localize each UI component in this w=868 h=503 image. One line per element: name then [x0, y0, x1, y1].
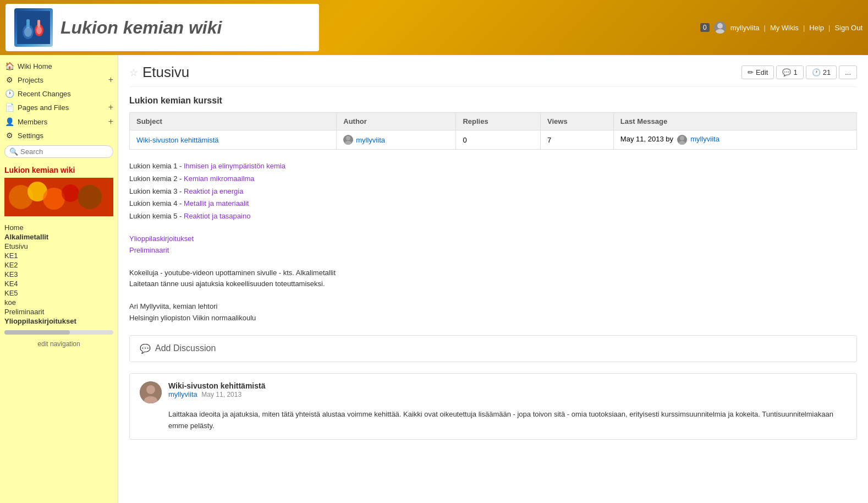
- svg-rect-0: [17, 11, 50, 44]
- star-icon[interactable]: ☆: [129, 67, 138, 79]
- course-link-2[interactable]: Kemian mikromaailma: [184, 174, 255, 183]
- pages-add-icon[interactable]: +: [108, 102, 113, 112]
- edit-navigation-link[interactable]: edit navigation: [0, 337, 118, 351]
- last-message-user-link[interactable]: myllyviita: [690, 135, 719, 143]
- page-title-area: ☆ Etusivu: [129, 64, 189, 81]
- nav-link-ke4[interactable]: KE4: [4, 279, 113, 288]
- home-icon: 🏠: [4, 62, 14, 70]
- footer-line-2: Helsingin yliopiston Viikin normaalikoul…: [129, 313, 857, 324]
- svg-point-7: [717, 23, 723, 29]
- nav-link-ke3[interactable]: KE3: [4, 270, 113, 279]
- members-icon: 👤: [4, 117, 14, 126]
- col-last-message: Last Message: [613, 113, 856, 130]
- cell-subject: Wiki-sivuston kehittämistä: [130, 130, 337, 150]
- post-header: Wiki-sivuston kehittämistä myllyviita Ma…: [140, 381, 847, 403]
- nav-link-ke1[interactable]: KE1: [4, 251, 113, 260]
- sign-out-link[interactable]: Sign Out: [834, 24, 862, 32]
- sidebar-item-settings[interactable]: ⚙ Settings: [0, 129, 118, 142]
- notification-count[interactable]: 0: [700, 23, 710, 32]
- help-link[interactable]: Help: [809, 24, 824, 32]
- page-actions: ✏ Edit 💬 1 🕐 21 ...: [741, 65, 857, 79]
- course-link-4[interactable]: Metallit ja materiaalit: [184, 199, 249, 207]
- table-row: Wiki-sivuston kehittämistä myllyviita 0 …: [130, 130, 857, 150]
- add-discussion-title: 💬 Add Discussion: [140, 343, 847, 354]
- col-subject: Subject: [130, 113, 337, 130]
- wiki-title: Lukion kemian wiki: [61, 18, 222, 38]
- main-content: ☆ Etusivu ✏ Edit 💬 1 🕐 21 ...: [118, 55, 868, 503]
- recent-changes-icon: 🕐: [4, 89, 14, 98]
- notes-section: Kokeiluja - youtube-videon upottaminen s…: [129, 267, 857, 291]
- scrollbar-thumb: [4, 330, 70, 335]
- chat-icon: 💬: [140, 343, 151, 354]
- nav-link-alkalimetallit[interactable]: Alkalimetallit: [4, 232, 113, 242]
- nav-link-preliminaarit[interactable]: Preliminaarit: [4, 307, 113, 316]
- sidebar-item-recent-changes[interactable]: 🕐 Recent Changes: [0, 87, 118, 100]
- post-avatar: [140, 381, 162, 403]
- edit-pencil-icon: ✏: [748, 68, 754, 76]
- svg-point-18: [679, 141, 685, 145]
- course-line-2: Lukion kemia 2 - Kemian mikromaailma: [129, 173, 857, 185]
- discussion-table: Subject Author Replies Views Last Messag…: [129, 112, 857, 150]
- col-author: Author: [337, 113, 456, 130]
- topbar-nav: 0 myllyviita | My Wikis | Help | Sign Ou…: [700, 21, 862, 34]
- add-discussion-box[interactable]: 💬 Add Discussion: [129, 335, 857, 362]
- pages-icon: 📄: [4, 103, 14, 112]
- comment-icon: 💬: [782, 68, 791, 76]
- username-link[interactable]: myllyviita: [730, 24, 760, 32]
- page-header: ☆ Etusivu ✏ Edit 💬 1 🕐 21 ...: [129, 64, 857, 87]
- nav-link-koe[interactable]: koe: [4, 298, 113, 307]
- discussion-post: Wiki-sivuston kehittämistä myllyviita Ma…: [129, 373, 857, 440]
- extra-link-ylioppilaskirjoitukset[interactable]: Ylioppilaskirjoitukset: [129, 234, 194, 243]
- extra-link-preliminaarit[interactable]: Preliminaarit: [129, 246, 169, 254]
- subject-link[interactable]: Wiki-sivuston kehittämistä: [136, 136, 219, 144]
- more-button[interactable]: ...: [839, 65, 857, 79]
- svg-rect-5: [37, 20, 40, 27]
- nav-link-home[interactable]: Home: [4, 223, 113, 232]
- course-line-3: Lukion kemia 3 - Reaktiot ja energia: [129, 186, 857, 198]
- cell-author: myllyviita: [337, 130, 456, 150]
- col-views: Views: [541, 113, 614, 130]
- extra-links-section: Ylioppilaskirjoitukset Preliminaarit: [129, 233, 857, 256]
- nav-link-ylioppilaskirjoitukset[interactable]: Ylioppilaskirjoitukset: [4, 316, 113, 326]
- page-title: Etusivu: [142, 64, 189, 81]
- sidebar-item-projects[interactable]: ⚙ Projects +: [0, 73, 118, 87]
- cell-last-message: May 11, 2013 by myllyviita: [613, 130, 856, 150]
- course-line-1: Lukion kemia 1 - Ihmisen ja elinympärist…: [129, 161, 857, 172]
- svg-point-16: [345, 141, 351, 145]
- author-avatar: [343, 135, 353, 145]
- course-link-3[interactable]: Reaktiot ja energia: [184, 187, 243, 195]
- projects-add-icon[interactable]: +: [108, 75, 113, 85]
- svg-point-3: [24, 27, 32, 37]
- course-link-1[interactable]: Ihmisen ja elinympäristön kemia: [184, 162, 285, 170]
- nav-link-etusivu[interactable]: Etusivu: [4, 242, 113, 251]
- wiki-image-preview: [4, 178, 113, 216]
- scrollbar[interactable]: [4, 330, 113, 335]
- projects-icon: ⚙: [4, 75, 14, 84]
- svg-point-15: [346, 136, 350, 140]
- svg-point-12: [43, 188, 65, 210]
- col-replies: Replies: [456, 113, 541, 130]
- post-meta: Wiki-sivuston kehittämistä myllyviita Ma…: [168, 381, 847, 398]
- author-link[interactable]: myllyviita: [356, 136, 385, 144]
- views-button: 🕐 21: [806, 65, 837, 79]
- edit-button[interactable]: ✏ Edit: [741, 65, 774, 79]
- topbar: Lukion kemian wiki 0 myllyviita | My Wik…: [0, 0, 868, 55]
- post-author-link[interactable]: myllyviita: [168, 390, 197, 398]
- sidebar-item-members[interactable]: 👤 Members +: [0, 114, 118, 129]
- main-layout: 🏠 Wiki Home ⚙ Projects + 🕐 Recent Change…: [0, 55, 868, 503]
- my-wikis-link[interactable]: My Wikis: [770, 24, 799, 32]
- sidebar-item-wiki-home[interactable]: 🏠 Wiki Home: [0, 59, 118, 73]
- nav-link-ke5[interactable]: KE5: [4, 288, 113, 298]
- members-add-icon[interactable]: +: [108, 117, 113, 127]
- sidebar-item-pages-and-files[interactable]: 📄 Pages and Files +: [0, 100, 118, 114]
- svg-rect-2: [26, 19, 30, 28]
- search-input[interactable]: [20, 147, 108, 156]
- nav-link-ke2[interactable]: KE2: [4, 260, 113, 270]
- course-link-5[interactable]: Reaktiot ja tasapaino: [184, 212, 250, 220]
- comments-button[interactable]: 💬 1: [776, 65, 803, 79]
- svg-point-13: [62, 184, 79, 202]
- search-box[interactable]: 🔍: [4, 145, 113, 158]
- wiki-logo: [14, 8, 53, 47]
- nav-links: Home Alkalimetallit Etusivu KE1 KE2 KE3 …: [0, 221, 118, 328]
- svg-point-14: [78, 185, 102, 209]
